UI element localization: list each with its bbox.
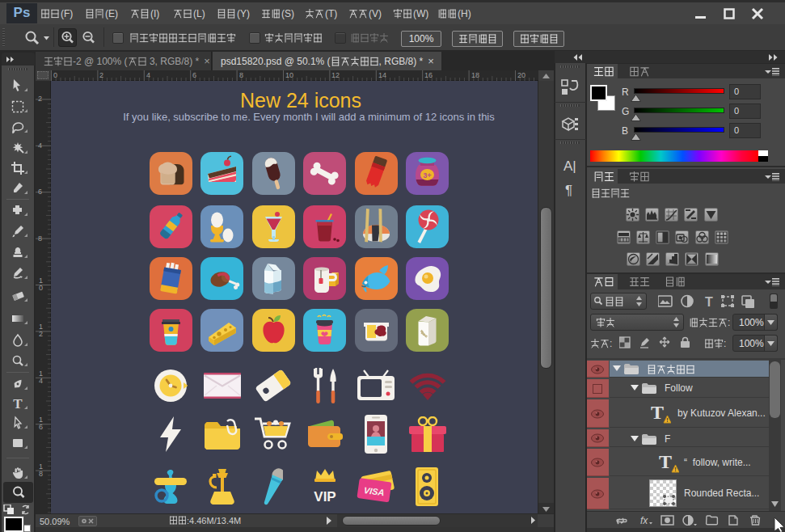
svg-text:3+: 3+ bbox=[423, 171, 431, 179]
svg-text:T: T bbox=[659, 451, 672, 472]
svg-text:T: T bbox=[13, 396, 23, 411]
svg-text:VIP: VIP bbox=[314, 489, 336, 505]
svg-text:T: T bbox=[651, 402, 664, 423]
svg-text:!: ! bbox=[674, 467, 676, 472]
svg-text:fx: fx bbox=[640, 515, 648, 526]
svg-text:T: T bbox=[705, 295, 713, 309]
svg-text:!: ! bbox=[666, 417, 668, 423]
